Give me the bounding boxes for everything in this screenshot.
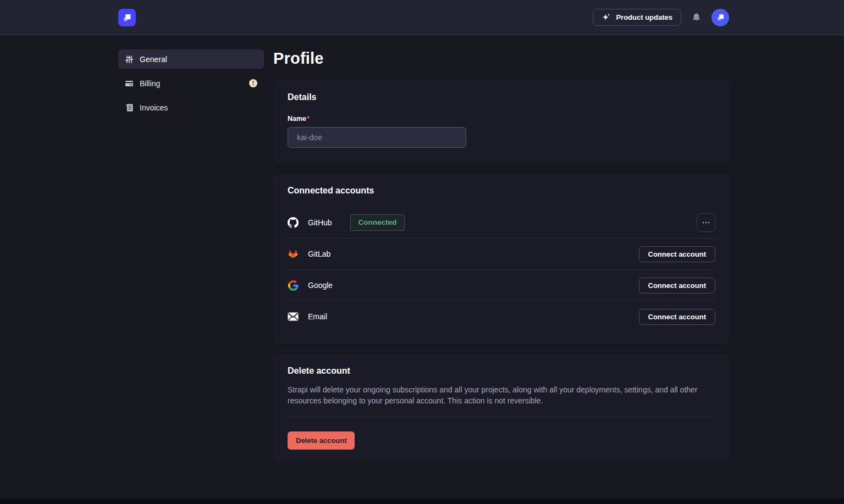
provider-label: Email (308, 312, 327, 321)
connected-status-badge: Connected (350, 214, 405, 231)
content-shell: General Billing ! (0, 35, 844, 473)
name-input[interactable] (288, 127, 466, 148)
account-row-google: Google Connect account (286, 269, 716, 301)
delete-account-title: Delete account (288, 366, 715, 376)
strapi-logo-icon (121, 12, 133, 24)
connected-accounts-card: Connected accounts GitHub Connected (273, 174, 730, 344)
name-field-label: Name* (288, 115, 715, 123)
bell-icon (692, 13, 701, 22)
gitlab-connect-button[interactable]: Connect account (639, 246, 715, 262)
user-avatar[interactable] (711, 9, 729, 26)
notifications-button[interactable] (691, 12, 702, 23)
product-updates-button[interactable]: Product updates (593, 9, 681, 26)
sidebar-item-label: Invoices (140, 103, 168, 112)
sidebar-item-general[interactable]: General (118, 49, 264, 69)
topbar: Product updates (0, 0, 844, 35)
credit-card-icon (125, 79, 134, 88)
connected-accounts-title: Connected accounts (288, 186, 715, 196)
divider (288, 417, 715, 417)
ellipsis-icon (702, 221, 710, 224)
github-options-button[interactable] (697, 213, 715, 232)
avatar-strapi-icon (715, 12, 726, 23)
gitlab-icon (288, 248, 299, 259)
sidebar-item-billing[interactable]: Billing ! (118, 74, 264, 93)
topbar-actions: Product updates (593, 9, 729, 26)
sidebar-item-invoices[interactable]: Invoices (118, 98, 264, 117)
provider-label: GitLab (308, 250, 330, 258)
page-title: Profile (273, 49, 730, 68)
sliders-icon (125, 55, 134, 64)
provider-label: Google (308, 281, 333, 290)
github-icon (288, 217, 299, 228)
account-row-gitlab: GitLab Connect account (286, 238, 716, 269)
email-connect-button[interactable]: Connect account (639, 309, 715, 325)
google-connect-button[interactable]: Connect account (639, 278, 715, 293)
details-card: Details Name* (273, 80, 730, 163)
sidebar-item-label: Billing (140, 79, 160, 88)
profile-main: Profile Details Name* Connected accounts… (273, 49, 730, 473)
delete-account-card: Delete account Strapi will delete your o… (273, 354, 730, 463)
sidebar-item-label: General (140, 55, 167, 64)
sparkle-icon (602, 13, 611, 22)
account-row-email: Email Connect account (286, 301, 716, 332)
billing-warning-badge: ! (249, 79, 257, 87)
delete-account-description: Strapi will delete your ongoing subscrip… (288, 384, 715, 406)
google-icon (288, 280, 299, 291)
bottom-edge-strip (0, 499, 844, 504)
receipt-icon (125, 103, 134, 112)
account-row-github: GitHub Connected (286, 199, 716, 238)
email-icon (288, 311, 299, 322)
settings-sidebar: General Billing ! (118, 49, 264, 117)
product-updates-label: Product updates (616, 13, 672, 21)
provider-label: GitHub (308, 218, 332, 227)
required-asterisk: * (307, 115, 310, 123)
delete-account-button[interactable]: Delete account (288, 431, 355, 450)
details-title: Details (288, 92, 715, 102)
strapi-logo[interactable] (118, 9, 136, 26)
